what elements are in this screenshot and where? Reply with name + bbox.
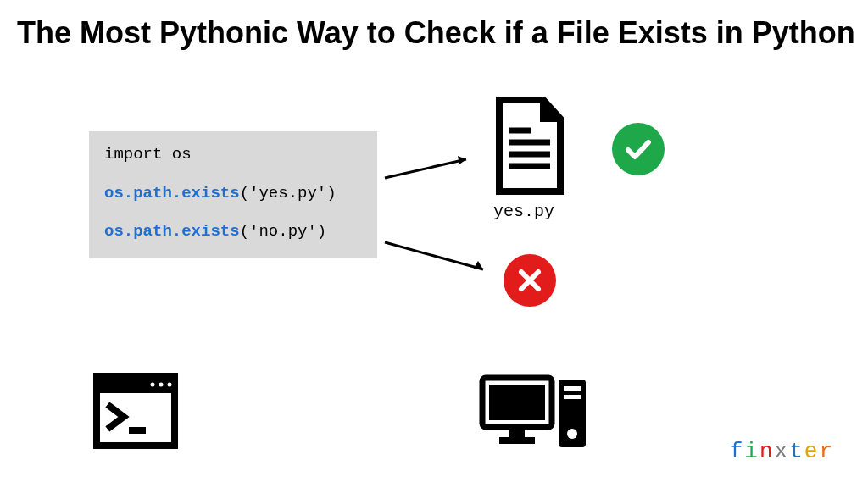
check-icon (612, 123, 665, 175)
code-line-3: os.path.exists('no.py') (104, 220, 362, 244)
file-icon (487, 95, 572, 197)
keyword-import: import (104, 145, 162, 164)
svg-line-0 (385, 159, 466, 178)
svg-point-23 (567, 429, 577, 439)
svg-line-2 (385, 242, 483, 269)
svg-point-12 (151, 383, 155, 387)
arrow-to-yes-icon (381, 152, 483, 186)
brand-letter: i (744, 439, 760, 464)
module-os: os (162, 145, 191, 164)
svg-marker-3 (473, 261, 483, 269)
x-icon (504, 254, 556, 307)
code-snippet: import os os.path.exists('yes.py') os.pa… (89, 131, 377, 258)
svg-point-13 (159, 383, 164, 387)
brand-letter: t (789, 439, 804, 464)
svg-rect-21 (564, 386, 581, 391)
call-exists-yes: os.path.exists (104, 184, 240, 202)
brand-letter: x (775, 439, 790, 464)
brand-logo: finxter (730, 439, 834, 464)
svg-rect-18 (509, 429, 525, 437)
brand-letter: e (804, 439, 820, 464)
brand-letter: n (760, 439, 775, 464)
file-label: yes.py (493, 202, 554, 221)
svg-rect-19 (499, 437, 535, 444)
arg-no: ('no.py') (240, 222, 327, 241)
arrow-to-no-icon (381, 237, 500, 280)
page-title: The Most Pythonic Way to Check if a File… (17, 15, 855, 51)
svg-point-14 (168, 383, 172, 387)
call-exists-no: os.path.exists (104, 222, 240, 241)
computer-icon (479, 373, 589, 453)
arg-yes: ('yes.py') (240, 184, 337, 202)
brand-letter: r (819, 439, 834, 464)
svg-rect-17 (489, 385, 545, 420)
brand-letter: f (730, 439, 745, 464)
svg-rect-22 (564, 395, 581, 399)
svg-marker-1 (458, 156, 466, 164)
code-line-2: os.path.exists('yes.py') (104, 182, 362, 206)
terminal-icon (93, 373, 178, 449)
code-line-1: import os (104, 143, 362, 167)
